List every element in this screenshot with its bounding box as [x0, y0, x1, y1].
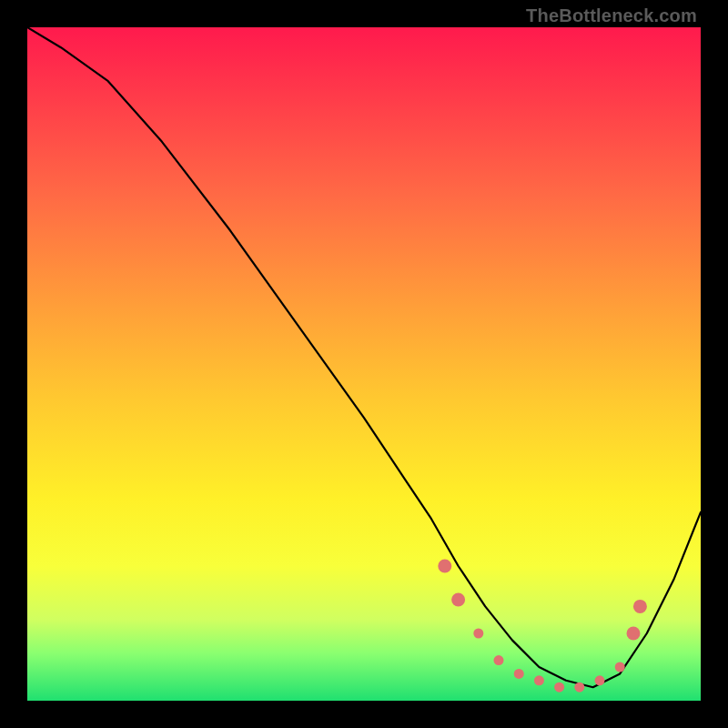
marker-dot — [615, 662, 625, 672]
marker-dot — [514, 669, 524, 679]
bottleneck-curve — [27, 27, 701, 687]
marker-dot — [438, 560, 451, 573]
marker-dot — [633, 600, 647, 613]
marker-dot — [451, 593, 465, 607]
marker-dot — [627, 627, 641, 641]
marker-dot — [473, 629, 483, 639]
watermark-text: TheBottleneck.com — [526, 5, 697, 26]
marker-dot — [494, 655, 504, 665]
marker-dot — [554, 682, 564, 693]
plot-area — [27, 27, 701, 701]
chart-svg — [27, 27, 701, 701]
marker-dot — [534, 675, 544, 685]
chart-frame: TheBottleneck.com — [0, 0, 728, 728]
marker-group — [438, 560, 647, 693]
marker-dot — [574, 682, 584, 693]
marker-dot — [595, 675, 605, 685]
